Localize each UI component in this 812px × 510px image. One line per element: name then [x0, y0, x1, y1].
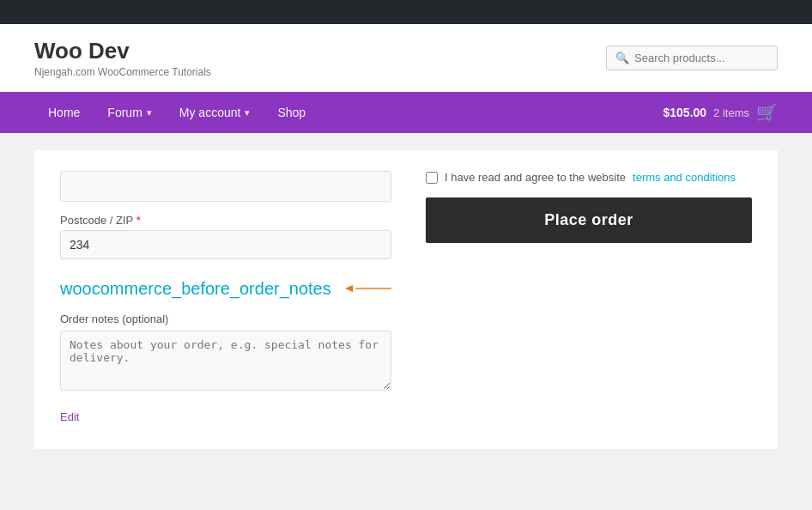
nav-item-myaccount[interactable]: My account ▾ — [166, 92, 264, 133]
chevron-down-icon: ▾ — [147, 107, 152, 118]
order-notes-label: Order notes (optional) — [60, 313, 391, 325]
place-order-button[interactable]: Place order — [426, 197, 752, 243]
nav-items: Home Forum ▾ My account ▾ Shop — [34, 92, 663, 133]
top-bar — [0, 0, 812, 24]
terms-checkbox[interactable] — [426, 172, 438, 184]
nav-item-forum[interactable]: Forum ▾ — [94, 92, 165, 133]
main-content: Postcode / ZIP * 234 woocommerce_before_… — [0, 133, 812, 483]
postcode-value[interactable]: 234 — [60, 230, 391, 259]
order-notes-group: Order notes (optional) — [60, 313, 391, 393]
postcode-field-group: Postcode / ZIP * 234 — [60, 214, 391, 259]
main-nav: Home Forum ▾ My account ▾ Shop $105.00 2… — [0, 92, 812, 133]
site-branding: Woo Dev Njengah.com WooCommerce Tutorial… — [34, 38, 211, 78]
right-column: I have read and agree to the website ter… — [426, 171, 752, 243]
header: Woo Dev Njengah.com WooCommerce Tutorial… — [0, 24, 812, 92]
site-tagline: Njengah.com WooCommerce Tutorials — [34, 66, 211, 78]
site-title: Woo Dev — [34, 38, 211, 64]
terms-link[interactable]: terms and conditions — [633, 171, 736, 184]
cart-amount: $105.00 — [663, 106, 706, 119]
required-marker: * — [136, 214, 141, 227]
hook-label: woocommerce_before_order_notes — [60, 278, 391, 299]
edit-link[interactable]: Edit — [60, 410, 79, 423]
content-card: Postcode / ZIP * 234 woocommerce_before_… — [34, 150, 778, 449]
search-input[interactable] — [634, 52, 768, 64]
left-column: Postcode / ZIP * 234 woocommerce_before_… — [60, 171, 391, 423]
chevron-down-icon: ▾ — [245, 107, 250, 118]
search-icon: 🔍 — [615, 52, 629, 64]
postcode-label: Postcode / ZIP * — [60, 214, 391, 227]
cart-icon[interactable]: 🛒 — [756, 102, 778, 123]
nav-item-home[interactable]: Home — [34, 92, 94, 133]
terms-text: I have read and agree to the website — [445, 171, 626, 184]
cart-items-count: 2 items — [713, 106, 749, 119]
order-notes-textarea[interactable] — [60, 331, 391, 391]
nav-cart: $105.00 2 items 🛒 — [663, 102, 778, 123]
nav-item-shop[interactable]: Shop — [264, 92, 319, 133]
checkout-layout: Postcode / ZIP * 234 woocommerce_before_… — [60, 171, 752, 423]
partial-input-above[interactable] — [60, 171, 391, 202]
terms-row: I have read and agree to the website ter… — [426, 171, 752, 184]
svg-marker-1 — [345, 285, 353, 292]
search-box[interactable]: 🔍 — [606, 46, 778, 70]
form-section: Postcode / ZIP * 234 woocommerce_before_… — [60, 171, 391, 423]
arrow-indicator-icon — [345, 278, 391, 299]
